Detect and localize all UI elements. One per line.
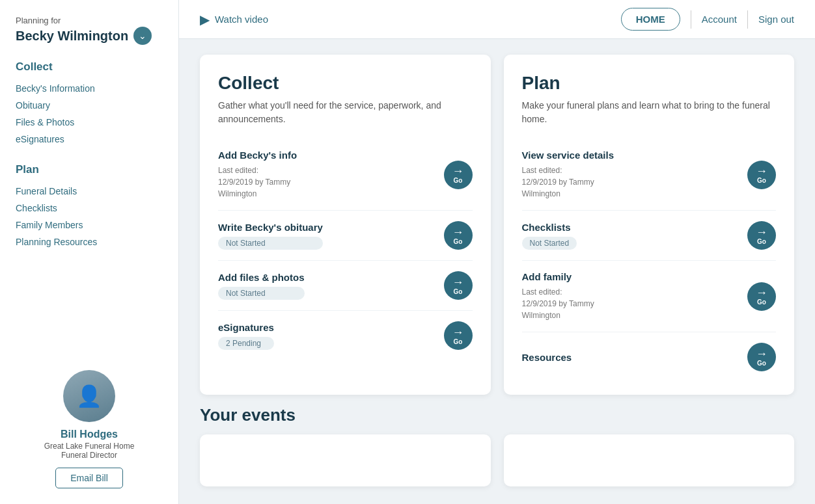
collect-item-beckys-info-title: Add Becky's info [218,150,297,161]
planning-dropdown-button[interactable]: ⌄ [133,27,152,45]
sidebar-item-esignatures[interactable]: eSignatures [16,131,163,148]
arrow-icon: → [756,165,767,177]
obituary-not-started-badge: Not Started [218,237,323,250]
collect-card-title: Collect [218,73,473,94]
go-label: Go [757,177,766,184]
go-label: Go [454,338,463,345]
arrow-icon: → [452,165,464,177]
plan-go-family-button[interactable]: → Go [747,282,776,311]
plan-go-service-button[interactable]: → Go [747,161,776,189]
agent-company: Great Lake Funeral Home [44,442,135,451]
arrow-icon: → [452,326,464,338]
event-card-right [504,434,795,486]
arrow-icon: → [756,226,767,238]
plan-item-service-title: View service details [522,150,614,161]
collect-go-beckys-info-button[interactable]: → Go [444,161,473,189]
go-label: Go [757,238,766,245]
plan-go-resources-button[interactable]: → Go [747,343,776,371]
events-area: Your events [179,405,815,502]
plan-card: Plan Make your funeral plans and learn w… [504,55,795,395]
home-button[interactable]: HOME [621,8,680,31]
sidebar-item-planning-resources[interactable]: Planning Resources [16,233,163,250]
plan-section-label: Plan [16,163,163,176]
collect-item-esignatures-title: eSignatures [218,322,274,333]
signout-link[interactable]: Sign out [758,14,794,25]
collect-item-obituary: Write Becky's obituary Not Started → Go [218,211,473,261]
plan-card-description: Make your funeral plans and learn what t… [522,99,777,126]
collect-item-esignatures: eSignatures 2 Pending → Go [218,311,473,360]
sidebar: Planning for Becky Wilmington ⌄ Collect … [0,0,179,504]
esignatures-pending-badge: 2 Pending [218,337,274,350]
checklists-not-started-badge: Not Started [522,237,577,250]
events-title: Your events [200,405,794,425]
sidebar-item-checklists[interactable]: Checklists [16,200,163,217]
plan-item-family-title: Add family [522,271,594,282]
account-link[interactable]: Account [702,14,737,25]
sidebar-item-obituary[interactable]: Obituary [16,97,163,114]
arrow-icon: → [452,226,464,238]
plan-item-resources: Resources → Go [522,332,777,382]
arrow-icon: → [452,276,464,288]
sidebar-item-beckys-information[interactable]: Becky's Information [16,80,163,97]
agent-section: 👤 Bill Hodges Great Lake Funeral Home Fu… [16,352,163,488]
collect-item-obituary-title: Write Becky's obituary [218,222,323,233]
nav-divider-2 [747,10,748,29]
watch-video-button[interactable]: ▶ Watch video [200,12,268,27]
nav-right: HOME Account Sign out [621,8,794,31]
go-label: Go [454,177,463,184]
plan-item-family-sub: Last edited: 12/9/2019 by Tammy Wilmingt… [522,286,594,321]
collect-item-beckys-info-sub: Last edited: 12/9/2019 by Tammy Wilmingt… [218,165,297,200]
files-not-started-badge: Not Started [218,287,305,300]
sidebar-item-funeral-details[interactable]: Funeral Details [16,183,163,200]
plan-item-service-details: View service details Last edited: 12/9/2… [522,139,777,211]
planning-name: Becky Wilmington [16,29,128,44]
plan-item-resources-title: Resources [522,352,572,363]
plan-item-service-sub: Last edited: 12/9/2019 by Tammy Wilmingt… [522,165,614,200]
collect-item-files-photos-title: Add files & photos [218,272,305,283]
go-label: Go [454,288,463,295]
nav-divider [691,10,691,29]
email-agent-button[interactable]: Email Bill [55,468,123,488]
collect-item-files-photos: Add files & photos Not Started → Go [218,261,473,311]
sidebar-item-files-photos[interactable]: Files & Photos [16,114,163,131]
plan-item-add-family: Add family Last edited: 12/9/2019 by Tam… [522,261,777,332]
cards-area: Collect Gather what you'll need for the … [179,39,815,405]
agent-avatar: 👤 [63,370,115,422]
go-label: Go [757,298,766,306]
plan-item-checklists: Checklists Not Started → Go [522,211,777,261]
collect-go-files-button[interactable]: → Go [444,271,473,300]
collect-card: Collect Gather what you'll need for the … [200,55,491,395]
plan-item-checklists-title: Checklists [522,222,577,233]
watch-video-label: Watch video [215,14,268,25]
top-navigation: ▶ Watch video HOME Account Sign out [179,0,815,39]
collect-section-label: Collect [16,60,163,73]
arrow-icon: → [756,287,767,298]
plan-go-checklists-button[interactable]: → Go [747,221,776,250]
main-content: ▶ Watch video HOME Account Sign out Coll… [179,0,815,504]
events-cards [200,434,794,486]
collect-go-esignatures-button[interactable]: → Go [444,321,473,350]
collect-item-beckys-info: Add Becky's info Last edited: 12/9/2019 … [218,139,473,211]
go-label: Go [757,360,766,367]
agent-role: Funeral Director [61,451,117,460]
plan-card-title: Plan [522,73,777,94]
collect-go-obituary-button[interactable]: → Go [444,221,473,250]
go-label: Go [454,238,463,245]
collect-card-description: Gather what you'll need for the service,… [218,99,473,126]
planning-for-label: Planning for [16,16,163,25]
agent-name: Bill Hodges [61,429,118,440]
arrow-icon: → [756,348,767,360]
sidebar-item-family-members[interactable]: Family Members [16,217,163,233]
event-card-left [200,434,491,486]
play-icon: ▶ [200,12,210,27]
